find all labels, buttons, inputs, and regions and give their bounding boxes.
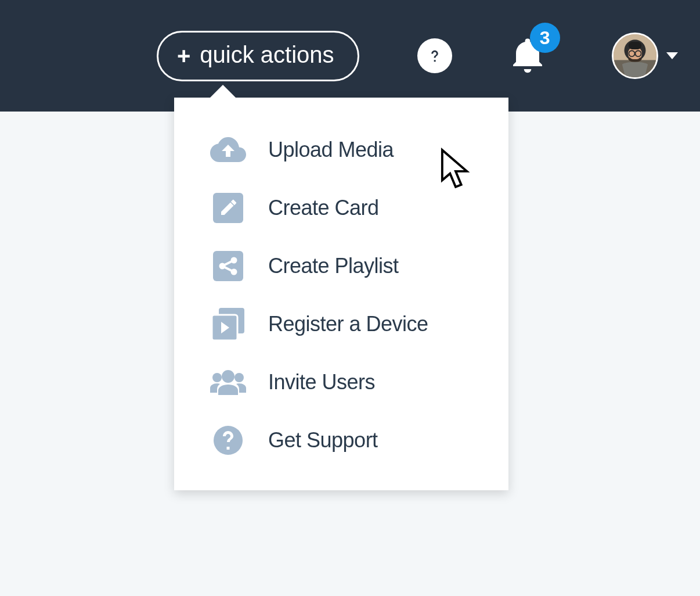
- svg-point-17: [234, 373, 244, 382]
- menu-item-invite-users[interactable]: Invite Users: [174, 353, 508, 411]
- share-square-icon: [210, 250, 246, 282]
- user-menu-button[interactable]: [612, 33, 678, 79]
- svg-rect-5: [628, 42, 641, 49]
- help-button[interactable]: [417, 38, 452, 73]
- notifications-count: 3: [540, 27, 550, 49]
- menu-item-label: Create Card: [268, 196, 379, 220]
- quick-actions-label: quick actions: [200, 42, 334, 68]
- chevron-down-icon: [666, 52, 678, 59]
- device-play-icon: [210, 308, 246, 340]
- svg-rect-9: [213, 251, 243, 281]
- notifications-button[interactable]: 3: [510, 35, 545, 76]
- header-bar: + quick actions 3: [0, 0, 700, 112]
- notifications-badge: 3: [530, 23, 560, 53]
- menu-item-label: Invite Users: [268, 370, 375, 394]
- help-circle-icon: [210, 424, 246, 457]
- menu-item-label: Get Support: [268, 428, 378, 453]
- svg-point-15: [222, 370, 234, 383]
- question-mark-icon: [425, 46, 444, 65]
- menu-item-label: Upload Media: [268, 138, 394, 162]
- quick-actions-button[interactable]: + quick actions: [157, 31, 359, 81]
- menu-item-register-device[interactable]: Register a Device: [174, 295, 508, 353]
- users-icon: [210, 366, 246, 398]
- menu-item-create-playlist[interactable]: Create Playlist: [174, 237, 508, 295]
- menu-item-label: Register a Device: [268, 312, 428, 336]
- menu-item-label: Create Playlist: [268, 254, 399, 278]
- avatar: [612, 33, 658, 79]
- plus-icon: +: [177, 44, 190, 67]
- cloud-upload-icon: [210, 134, 246, 166]
- menu-item-get-support[interactable]: Get Support: [174, 411, 508, 469]
- pencil-square-icon: [210, 192, 246, 224]
- quick-actions-dropdown: Upload Media Create Card Create Playlist: [174, 98, 508, 490]
- menu-item-create-card[interactable]: Create Card: [174, 179, 508, 237]
- menu-item-upload-media[interactable]: Upload Media: [174, 121, 508, 179]
- svg-point-16: [212, 373, 222, 382]
